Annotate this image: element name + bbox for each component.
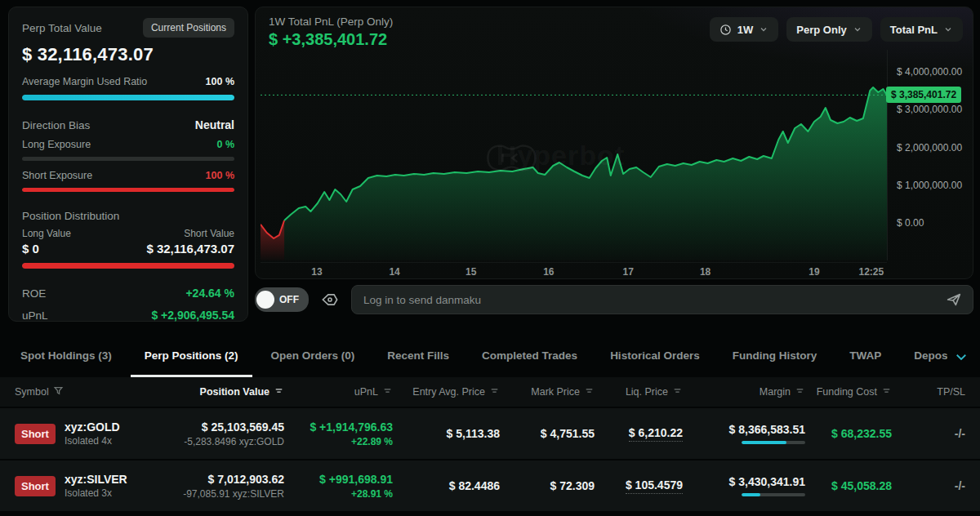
tpsl-value[interactable]: -/- [892, 427, 965, 440]
y-axis-tick: $ 2,000,000.00 [897, 142, 962, 153]
column-header-symbol[interactable]: Symbol [15, 385, 178, 398]
tab-twap[interactable]: TWAP [835, 336, 895, 377]
sort-icon [489, 385, 500, 398]
tab-recent-fills[interactable]: Recent Fills [373, 336, 463, 377]
tab-funding-history[interactable]: Funding History [719, 336, 831, 377]
current-value-tag: $ 3,385,401.72 [886, 87, 961, 103]
x-axis-tick: 17 [623, 266, 634, 278]
x-axis-tick: 13 [311, 266, 322, 278]
x-axis-tick: 15 [466, 266, 476, 278]
column-header-label: Margin [760, 386, 791, 398]
column-header-label: Funding Cost [817, 386, 877, 398]
long-exposure-value: 0 % [216, 139, 234, 150]
danmaku-input[interactable] [351, 285, 973, 314]
tabs-overflow-chevron-icon[interactable] [954, 349, 969, 367]
roe-label: ROE [22, 287, 46, 300]
chevron-down-icon [853, 24, 862, 34]
x-axis-tick: 19 [808, 266, 819, 278]
x-axis-tick: 14 [389, 266, 399, 278]
long-exposure-bar [22, 157, 234, 161]
clock-icon [719, 24, 732, 36]
toggle-label: OFF [279, 294, 299, 305]
danmaku-input-wrap [351, 285, 973, 314]
column-header-entry-avg-price[interactable]: Entry Avg. Price [393, 385, 500, 398]
liq-price[interactable]: $ 6,210.22 [629, 426, 683, 442]
symbol-name: xyz:GOLD [65, 420, 120, 434]
tab-spot-holdings-3[interactable]: Spot Holdings (3) [7, 336, 126, 377]
pnl-chart-panel: 1W Total PnL (Perp Only) $ +3,385,401.72… [255, 7, 973, 279]
upnl-value: $ +2,906,495.54 [151, 309, 234, 322]
upnl-value: $ +991,698.91 [284, 473, 393, 486]
pnl-area-chart[interactable]: Hyperbot [261, 50, 887, 260]
sort-icon [584, 385, 595, 398]
position-size: -97,085.91 xyz:SILVER [178, 488, 284, 500]
current-positions-badge[interactable]: Current Positions [143, 18, 234, 38]
entry-price: $ 5,113.38 [393, 427, 500, 440]
danmaku-settings-icon[interactable] [319, 289, 341, 310]
tab-label: Deposits & Withdraw [914, 349, 947, 362]
metric-dropdown[interactable]: Total PnL [880, 17, 963, 42]
liq-price[interactable]: $ 105.4579 [626, 478, 683, 494]
side-badge: Short [15, 424, 56, 444]
short-exposure-bar-fill [22, 188, 234, 192]
tab-deposits-withdraw[interactable]: Deposits & Withdraw [900, 336, 947, 377]
scope-value: Perp Only [796, 24, 846, 36]
tab-perp-positions-2[interactable]: Perp Positions (2) [131, 336, 252, 377]
column-header-mark-price[interactable]: Mark Price [500, 385, 595, 398]
symbol-name: xyz:SILVER [65, 473, 127, 486]
margin-usage-bar [742, 441, 805, 444]
tpsl-value[interactable]: -/- [892, 479, 965, 492]
short-exposure-label: Short Exposure [22, 170, 92, 181]
perp-total-value-label: Perp Total Value [22, 22, 102, 34]
direction-bias-label: Direction Bias [22, 119, 90, 131]
margin-mode: Isolated 3x [65, 487, 127, 499]
margin-usage-fill [742, 441, 786, 444]
send-icon[interactable] [945, 291, 963, 312]
mark-price: $ 72.309 [500, 479, 595, 492]
chart-y-axis: $ 4,000,000.00$ 3,000,000.00$ 2,000,000.… [887, 50, 973, 260]
position-row-xyz-silver[interactable]: Shortxyz:SILVERIsolated 3x$ 7,012,903.62… [0, 460, 980, 511]
short-value: $ 32,116,473.07 [146, 242, 234, 256]
column-header-label: Liq. Price [626, 386, 668, 398]
x-axis-tick: 12:25 [858, 266, 884, 278]
sort-icon [795, 385, 805, 398]
upnl-value: $ +1,914,796.63 [284, 420, 393, 434]
column-header-margin[interactable]: Margin [683, 385, 805, 398]
side-badge: Short [15, 476, 56, 496]
column-header-liq-price[interactable]: Liq. Price [595, 385, 683, 398]
distribution-bar-fill [22, 263, 234, 269]
sort-icon [274, 385, 284, 398]
position-row-xyz-gold[interactable]: Shortxyz:GOLDIsolated 4x$ 25,103,569.45-… [0, 408, 980, 459]
danmaku-toggle[interactable]: OFF [255, 287, 309, 312]
column-header-funding-cost[interactable]: Funding Cost [805, 385, 892, 398]
x-axis-tick: 18 [700, 266, 710, 278]
time-range-dropdown[interactable]: 1W [710, 17, 779, 42]
sort-icon [672, 385, 683, 398]
metric-value: Total PnL [890, 24, 938, 36]
entry-price: $ 82.4486 [393, 479, 500, 492]
column-header-label: Mark Price [531, 386, 580, 398]
chevron-down-icon [759, 24, 768, 34]
tab-label: Spot Holdings (3) [20, 349, 112, 362]
tab-historical-orders[interactable]: Historical Orders [596, 336, 714, 377]
column-header-upnl[interactable]: uPnL [284, 385, 393, 398]
margin-usage-bar [742, 493, 805, 496]
tab-completed-trades[interactable]: Completed Trades [468, 336, 591, 377]
distribution-bar [22, 263, 234, 269]
chevron-down-icon [943, 24, 953, 34]
tab-open-orders-0[interactable]: Open Orders (0) [257, 336, 369, 377]
positions-table-body: Shortxyz:GOLDIsolated 4x$ 25,103,569.45-… [0, 408, 980, 513]
chart-x-axis: 1314151617181912:25 [261, 262, 887, 279]
column-header-tp-sl[interactable]: TP/SL [892, 386, 965, 398]
short-exposure-value: 100 % [206, 170, 234, 181]
tab-label: Historical Orders [610, 349, 700, 362]
chart-title: 1W Total PnL (Perp Only) [269, 16, 393, 28]
long-exposure-label: Long Exposure [22, 139, 91, 150]
column-header-position-value[interactable]: Position Value [178, 385, 284, 398]
scope-dropdown[interactable]: Perp Only [786, 17, 871, 42]
tab-label: Perp Positions (2) [145, 349, 238, 362]
margin-ratio-label: Average Margin Used Ratio [22, 76, 147, 87]
upnl-percent: +22.89 % [284, 436, 393, 447]
margin-ratio-value: 100 % [206, 76, 234, 87]
time-range-value: 1W [737, 24, 754, 36]
